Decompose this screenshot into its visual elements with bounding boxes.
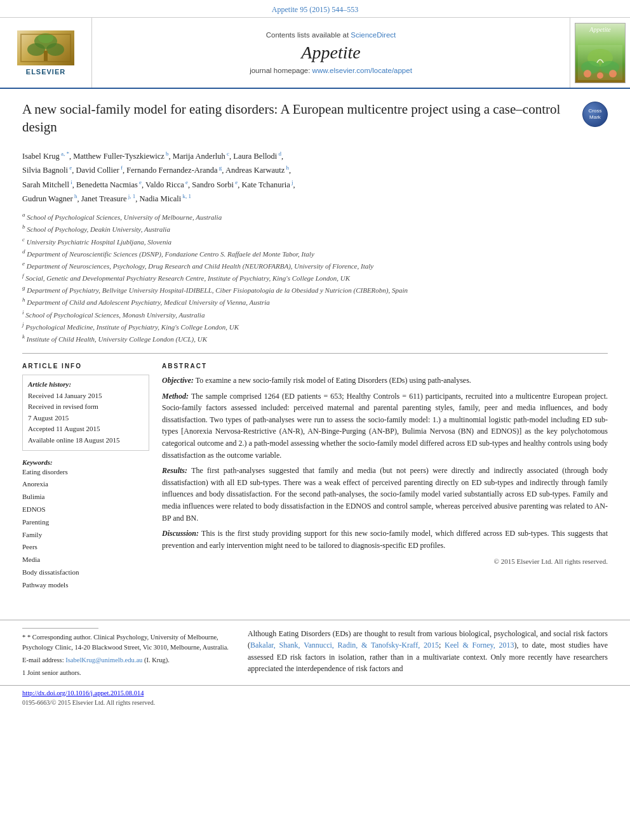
method-text: The sample comprised 1264 (ED patients =… (162, 392, 608, 460)
cover-graphic (578, 45, 622, 80)
affiliation-b: b School of Psychology, Deakin Universit… (22, 223, 608, 234)
results-label: Results: (162, 466, 187, 475)
discussion-label: Discussion: (162, 529, 199, 538)
joint-note: 1 Joint senior authors. (22, 668, 229, 679)
author-silvia[interactable]: Silvia Bagnoli (22, 166, 68, 175)
objective-text: To examine a new socio-family risk model… (196, 376, 471, 385)
keywords-list: Eating disorders Anorexia Bulimia EDNOS … (22, 466, 149, 592)
author-isabel-krug[interactable]: Isabel Krug (22, 152, 60, 161)
author-sup-b: b (164, 150, 169, 157)
crossmark-icon: CrossMark (582, 102, 608, 127)
kw-family: Family (22, 529, 149, 542)
kw-parenting: Parenting (22, 516, 149, 529)
affiliation-a: a School of Psychological Sciences, Univ… (22, 211, 608, 222)
cover-title: Appetite (589, 26, 610, 33)
affiliations-section: a School of Psychological Sciences, Univ… (22, 211, 608, 344)
author-sup-e4: e (234, 179, 238, 185)
author-sup-c: c (225, 150, 229, 157)
author-sup-e1: e (68, 164, 72, 171)
main-body-column: Although Eating Disorders (EDs) are thou… (241, 620, 630, 685)
article-content: A new social-family model for eating dis… (0, 89, 630, 613)
ref-bakalar[interactable]: Bakalar, Shank, Vannucci, Radin, & Tanof… (250, 641, 439, 650)
abstract-objective: Objective: To examine a new socio-family… (162, 375, 608, 387)
author-gudrun[interactable]: Gudrun Wagner (22, 194, 73, 203)
doi-link[interactable]: http://dx.doi.org/10.1016/j.appet.2015.0… (22, 690, 144, 697)
author-david[interactable]: David Collier (76, 166, 119, 175)
sciencedirect-prefix: Contents lists available at (266, 31, 351, 39)
author-sup-e2: e (138, 179, 142, 185)
abstract-method: Method: The sample comprised 1264 (ED pa… (162, 390, 608, 462)
journal-homepage: journal homepage: www.elsevier.com/locat… (250, 67, 412, 74)
ref-keel[interactable]: Keel & Forney, 2013 (445, 641, 514, 650)
journal-info-center: Contents lists available at ScienceDirec… (92, 18, 570, 88)
author-sup-h2: h (73, 193, 77, 199)
keywords-label: Keywords: (22, 458, 149, 466)
journal-title: Appetite (301, 43, 360, 63)
online-date: Available online 18 August 2015 (28, 435, 144, 446)
author-sup-j1: j (290, 179, 293, 185)
abstract-results: Results: The first path-analyses suggest… (162, 465, 608, 524)
svg-point-1 (27, 43, 45, 56)
author-andreas[interactable]: Andreas Karwautz (225, 166, 285, 175)
author-benedetta[interactable]: Benedetta Nacmias (76, 180, 138, 189)
bottom-section: * * Corresponding author. Clinical Psych… (0, 620, 630, 685)
elsevier-label: ELSEVIER (26, 68, 65, 76)
elsevier-logo-section: ELSEVIER (0, 18, 92, 88)
article-info-box: Article history: Received 14 January 201… (22, 375, 149, 451)
affiliation-g: g Department of Psychiatry, Bellvitge Un… (22, 284, 608, 295)
author-laura[interactable]: Laura Bellodi (233, 152, 277, 161)
author-kate[interactable]: Kate Tchanuria (241, 180, 290, 189)
kw-pathway-models: Pathway models (22, 579, 149, 592)
crossmark-badge: CrossMark (582, 102, 608, 127)
author-sup-f: f (119, 164, 123, 171)
homepage-link[interactable]: www.elsevier.com/locate/appet (312, 67, 412, 74)
sciencedirect-line: Contents lists available at ScienceDirec… (266, 31, 396, 39)
affiliation-d: d Department of Neuroscientific Sciences… (22, 248, 608, 259)
kw-media: Media (22, 554, 149, 566)
results-text: The first path-analyses suggested that f… (162, 466, 608, 522)
title-section: A new social-family model for eating dis… (22, 100, 608, 143)
author-fernando[interactable]: Fernando Fernandez-Aranda (126, 166, 217, 175)
corresponding-label: * Corresponding author. (27, 634, 92, 641)
revised-date: 7 August 2015 (28, 413, 144, 424)
affiliation-j: j Psychological Medicine, Institute of P… (22, 321, 608, 332)
author-sup-j2: j, 1 (127, 193, 136, 199)
right-column: ABSTRACT Objective: To examine a new soc… (162, 363, 608, 592)
kw-peers: Peers (22, 541, 149, 554)
corresponding-star: * (22, 634, 27, 641)
author-marija[interactable]: Marija Anderluh (173, 152, 225, 161)
homepage-prefix: journal homepage: (250, 67, 312, 74)
left-column: ARTICLE INFO Article history: Received 1… (22, 363, 149, 592)
author-valdo[interactable]: Valdo Ricca (145, 180, 184, 189)
author-sup-a: a, * (60, 150, 69, 157)
elsevier-tree-icon (20, 32, 71, 63)
author-sup-i: i (69, 179, 72, 185)
author-sup-h1: h (285, 164, 289, 171)
author-nadia[interactable]: Nadia Micali (140, 194, 182, 203)
citation-text: Appetite 95 (2015) 544–553 (272, 5, 358, 14)
sciencedirect-link[interactable]: ScienceDirect (351, 31, 396, 39)
author-janet[interactable]: Janet Treasure (81, 194, 127, 203)
corresponding-author-label: * * Corresponding author. Clinical Psych… (22, 632, 229, 654)
email-label: E-mail address: (22, 657, 65, 663)
history-label: Article history: (28, 379, 144, 390)
journal-header: ELSEVIER Contents lists available at Sci… (0, 18, 630, 89)
author-matthew[interactable]: Matthew Fuller-Tyszkiewicz (73, 152, 164, 161)
kw-bulimia: Bulimia (22, 491, 149, 503)
journal-cover-image: Appetite (575, 23, 626, 83)
affiliation-i: i School of Psychological Sciences, Mona… (22, 309, 608, 320)
author-sarah[interactable]: Sarah Mitchell (22, 180, 69, 189)
abstract-discussion: Discussion: This is the first study prov… (162, 528, 608, 551)
author-sandro[interactable]: Sandro Sorbi (192, 180, 234, 189)
keywords-section: Keywords: Eating disorders Anorexia Buli… (22, 458, 149, 592)
affiliation-f: f Social, Genetic and Developmental Psyc… (22, 272, 608, 283)
page-container: Appetite 95 (2015) 544–553 ELSEVIER (0, 0, 630, 840)
email-link[interactable]: IsabelKrug@unimelb.edu.au (65, 657, 142, 663)
kw-eating-disorders: Eating disorders (22, 466, 149, 479)
section-divider (22, 353, 608, 354)
authors-line: Isabel Krug a, *, Matthew Fuller-Tyszkie… (22, 149, 608, 206)
journal-cover-section: Appetite (570, 18, 630, 88)
revised-label: Received in revised form (28, 401, 144, 413)
body-text-sep: ; (439, 641, 445, 650)
received-date: Received 14 January 2015 (28, 390, 144, 402)
